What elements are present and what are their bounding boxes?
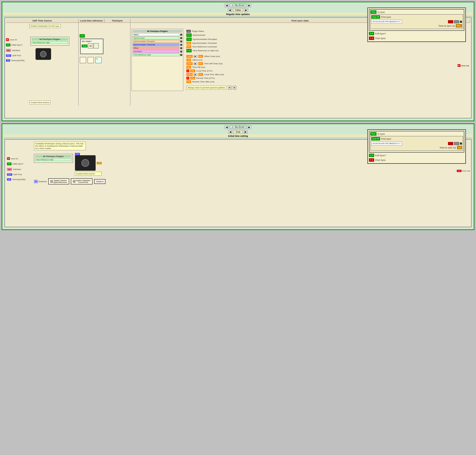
sync-threshold-label: Synchronization Threshold (192, 42, 239, 44)
error-right-arrow[interactable]: ▶ (247, 4, 251, 7)
close-btn-1[interactable]: ⊠ (228, 86, 232, 90)
sim-stale-content: True 56 (82, 43, 102, 48)
bottom-ni-plugin-title: NI-TimeSync Plugins (35, 155, 72, 158)
plugin-status-val: I32 (186, 30, 191, 33)
center-columns: T F Sim Stale? True 56 (79, 23, 130, 106)
bottom-first-sync-bool: F X (369, 158, 374, 162)
bottom-datetime-display: 00:00:00.000 PM MM/DD/YYY (371, 141, 402, 145)
localhost-label: % (34, 180, 38, 183)
bottom-error-out-label: error out (462, 170, 470, 172)
time-diff-ms-val: INL (186, 66, 191, 69)
bottom-interface-conn: abc (7, 168, 12, 171)
bottom-interface-label: Interface (13, 168, 31, 170)
full-sync-bool: T F (369, 32, 374, 35)
time-diff-chart-ind: INL (198, 62, 203, 65)
local-time-utc-val: X (186, 69, 189, 72)
error-out-label: error out (461, 65, 469, 67)
close-vi-label: Close.vi (96, 180, 103, 183)
time-ref-valid-field: Time Reference Valid (31, 41, 68, 44)
camera-device (75, 155, 96, 171)
error-left-arrow[interactable]: ◀ (225, 4, 229, 7)
ni-time-ref-field: Time Reference Valid (132, 53, 179, 56)
enable-timekeeper-annotation: Enable timekeeper for this sync (29, 24, 61, 28)
offset-ms-val: INL (186, 59, 191, 61)
ni-sync-field: Synchronized (132, 37, 179, 39)
localhost-area: % localhost (34, 180, 47, 183)
arrow-2: ▶ (194, 55, 197, 58)
always-close-annotation: Always close to prevent queued updates (186, 86, 226, 90)
col-timesync-header: TimeSync (104, 19, 130, 23)
true-indicator-1: True (370, 10, 376, 14)
case-inner-block: 56 (88, 43, 93, 48)
close-btn-2[interactable]: ⊠ (233, 86, 236, 90)
in-sync-outer: True In sync True ▼ First sync 00:00:00.… (369, 9, 464, 31)
bottom-first-sync-out-label: First Sync (375, 159, 386, 161)
bottom-error-label: ⚠ No Error (230, 125, 247, 129)
camera-lens-2 (81, 159, 89, 167)
udp-port-label: UDP Port (12, 54, 30, 57)
bottom-udp-port-label: UDP Port (13, 173, 31, 176)
system-session-block: ⇄ System Session SystemResource (48, 178, 69, 184)
ni-threshold-field: Synchronization Threshold (132, 43, 179, 46)
bottom-in-sync-outer: True In sync True ▼ First sync 00:00:00.… (369, 131, 464, 153)
sim-stale-case: Sim Stale? True 56 (80, 39, 103, 54)
ni-sync-dot (180, 37, 182, 39)
error-io-conn: ▶ (6, 38, 9, 41)
case-right-arrow[interactable]: ▶ (244, 8, 248, 12)
ni-offset-field: Offset (132, 47, 179, 49)
sim-stale-area: T F Sim Stale? True 56 (80, 34, 129, 54)
ni-sync-disrupted-dot (180, 40, 182, 42)
plugin-status-label: Plugin Status (192, 30, 239, 32)
current-time-label: CurrentTime (76, 181, 90, 183)
time-ref-correction-label: Time Reference Correction (192, 46, 239, 48)
top-panel: ◀ ⚠ No Error ▶ True In sync True ▼ First… (2, 2, 474, 121)
center-block-1 (80, 57, 86, 63)
top-error-bar: ◀ ⚠ No Error ▶ (3, 3, 473, 7)
system-hardware-label: System Hardware (76, 180, 90, 181)
camera-output-blocks: UDP (97, 162, 102, 164)
bottom-camera-inputs: UDP (75, 153, 101, 155)
sync-threshold-row: INL Synchronization Threshold (186, 42, 251, 45)
invalidate-annotation: Invalidate timekeeper during manual sync… (34, 142, 86, 150)
time-diff-ms-label: Time Diff (ms) (192, 66, 239, 68)
localhost-text: localhost (38, 180, 47, 183)
center-block-3: ⚙ (95, 57, 102, 63)
offset-chart-label: Offset Chart (ms) (204, 55, 251, 58)
ni-threshold-dot (180, 44, 182, 46)
camera-with-outputs: UDP (75, 155, 102, 171)
ni-status-dot (180, 34, 182, 36)
bottom-timeout-label: Timeout(1500) (12, 178, 30, 181)
udp-column: ▶ error IO TF Initial Sync? abc Interfac… (6, 23, 79, 106)
ni-plugin-block-left: NI-TimeSync Plugins Time Reference Valid (30, 37, 69, 46)
arrow-4: ▶ (194, 73, 197, 76)
initial-sync-conn: TF (6, 44, 10, 46)
remote-time-utc-ind: INL (190, 77, 195, 80)
offset-chart-val: 1000 (186, 55, 193, 58)
bottom-ni-plugin-block: NI-TimeSync Plugins Time Reference Valid (34, 154, 73, 163)
time-diff-chart-val: 1000 (186, 62, 193, 65)
sync-disrupted-out-row: T F Synchronization Disrupted (186, 38, 251, 41)
ni-correction-field: Correction (132, 50, 179, 53)
ni-status-field: Status (132, 33, 179, 36)
time-ref-valid-row: T F Time Reference Is Valid Out (186, 49, 251, 52)
remote-time-utc-row: X INL Remote Time (UTC) (186, 77, 251, 80)
bottom-case-right-arrow[interactable]: ▶ (244, 130, 248, 134)
bottom-case-left-arrow[interactable]: ◀ (228, 130, 232, 134)
ni-plugin-title-left: NI-TimeSync Plugins (31, 38, 68, 41)
case-left-arrow[interactable]: ◀ (228, 8, 232, 12)
rel-indicator: REL (456, 24, 462, 27)
in-sync-label: In sync (377, 11, 385, 13)
bottom-error-right-arrow[interactable]: ▶ (247, 125, 251, 129)
sync-disrupted-out-label: Synchronization Disrupted (193, 38, 239, 40)
bottom-error-io-conn: ▶ (7, 157, 10, 160)
ni-offset-dot (180, 47, 182, 49)
subvi-area: Enable timekeeper for this sync NI-TimeS… (30, 37, 77, 60)
bottom-initial-sync-conn: TF (7, 162, 11, 165)
ni-correction-dot (180, 51, 182, 53)
synchronized-out-val: T F (186, 33, 192, 37)
sync-threshold-val: INL (186, 42, 191, 45)
case-false-label: False (233, 8, 243, 12)
bottom-error-left-arrow[interactable]: ◀ (225, 125, 229, 129)
bottom-camera-area: UDP UDP (75, 153, 102, 176)
ni-status-panel: NI-TimeSync Plugins Status Synchronized … (131, 29, 183, 91)
